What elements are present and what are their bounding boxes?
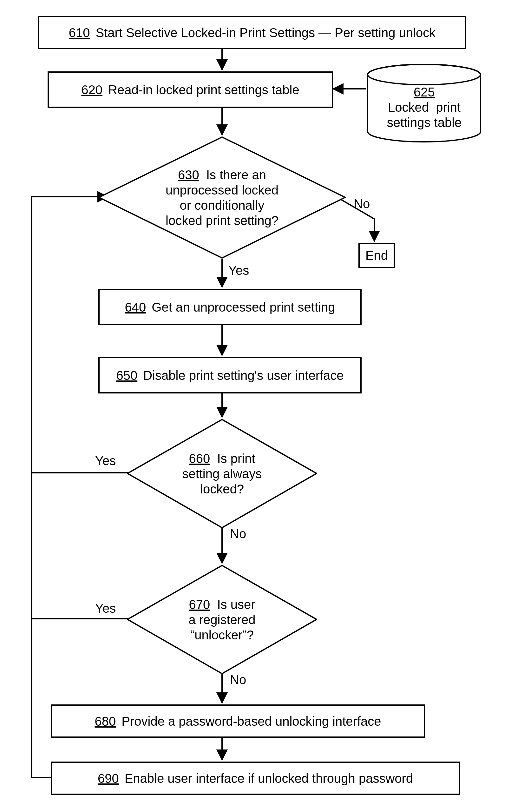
node-660-num: 660 [189, 452, 210, 465]
label-670-no: No [230, 673, 246, 687]
node-690-text: Enable user interface if unlocked throug… [125, 771, 413, 786]
node-690-enable-ui: 690 Enable user interface if unlocked th… [51, 761, 460, 795]
node-650-text: Disable print setting's user interface [143, 368, 343, 383]
node-610-text: Start Selective Locked-in Print Settings… [96, 25, 436, 40]
node-680-password-interface: 680 Provide a password-based unlocking i… [51, 704, 425, 738]
label-630-no: No [354, 197, 370, 211]
label-660-yes: Yes [95, 454, 116, 468]
node-630-decision: 630 Is there an unprocessed locked or co… [98, 137, 346, 259]
node-650-num: 650 [116, 368, 137, 383]
node-620-text: Read-in locked print settings table [108, 82, 299, 98]
label-630-yes: Yes [229, 263, 249, 278]
node-620-read-table: 620 Read-in locked print settings table [48, 71, 333, 108]
node-630-label: 630 Is there an unprocessed locked or co… [166, 167, 278, 228]
node-625-cylinder: 625 Locked print settings table [366, 63, 482, 143]
node-650-disable-ui: 650 Disable print setting's user interfa… [98, 357, 362, 394]
node-610-num: 610 [69, 25, 90, 40]
node-660-label: 660 Is print setting always locked? [182, 451, 262, 497]
node-625-label: 625 Locked print settings table [387, 84, 462, 130]
node-630-num: 630 [178, 168, 199, 182]
label-660-no: No [230, 527, 246, 541]
node-670-label: 670 Is user a registered “unlocker”? [188, 597, 256, 643]
node-660-decision: 660 Is print setting always locked? [127, 419, 317, 528]
node-620-num: 620 [81, 82, 102, 98]
label-670-yes: Yes [95, 601, 116, 616]
flowchart: 610 Start Selective Locked-in Print Sett… [0, 0, 511, 812]
node-end: End [358, 243, 395, 268]
node-640-num: 640 [125, 299, 146, 315]
node-625-text: Locked print settings table [387, 100, 462, 129]
node-610-start: 610 Start Selective Locked-in Print Sett… [38, 16, 466, 49]
node-625-num: 625 [414, 85, 435, 99]
node-670-num: 670 [189, 598, 210, 611]
node-end-text: End [365, 248, 388, 263]
node-640-get-setting: 640 Get an unprocessed print setting [98, 289, 362, 325]
node-640-text: Get an unprocessed print setting [152, 299, 335, 315]
node-690-num: 690 [98, 771, 119, 786]
node-670-decision: 670 Is user a registered “unlocker”? [127, 565, 317, 674]
node-680-text: Provide a password-based unlocking inter… [121, 713, 381, 729]
node-680-num: 680 [95, 713, 116, 729]
